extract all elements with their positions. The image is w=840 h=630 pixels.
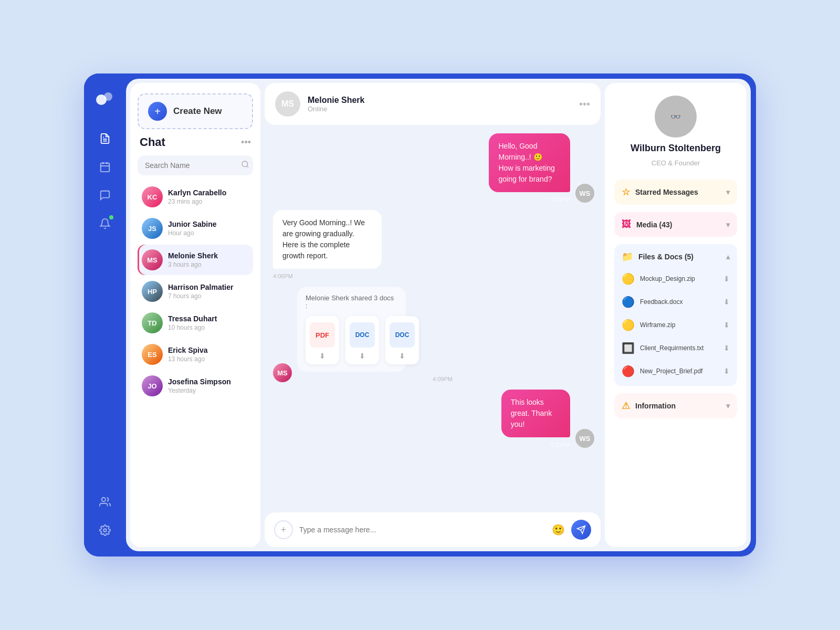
file-download-icon[interactable]: ⬇ bbox=[723, 321, 730, 329]
contact-item[interactable]: JS Junior Sabine Hour ago bbox=[138, 213, 253, 244]
file-item: 🟡 Wirframe.zip ⬇ bbox=[617, 316, 734, 334]
message-input[interactable] bbox=[299, 526, 545, 534]
contact-avatar: HP bbox=[142, 281, 163, 302]
contact-time: Hour ago bbox=[168, 229, 249, 237]
message-time: 4:03PM bbox=[550, 196, 570, 203]
pdf-download-icon[interactable]: ⬇ bbox=[319, 352, 326, 360]
app-logo bbox=[93, 88, 117, 111]
docs-bubble: Melonie Sherk shared 3 docs : PDF ⬇ bbox=[297, 287, 406, 372]
chat-section-header: Chat ••• bbox=[138, 135, 253, 149]
media-header[interactable]: 🖼 Media (43) ▾ bbox=[614, 212, 737, 237]
profile-section: 👓 Wilburn Stoltenberg CEO & Founder bbox=[614, 96, 737, 172]
docs-label: Melonie Sherk shared 3 docs : bbox=[306, 294, 397, 310]
contact-avatar: KC bbox=[142, 186, 163, 207]
info-chevron-icon: ▾ bbox=[726, 402, 730, 410]
emoji-button[interactable]: 🙂 bbox=[552, 523, 565, 536]
svg-point-1 bbox=[104, 92, 112, 101]
profile-title: CEO & Founder bbox=[652, 159, 700, 167]
file-download-icon[interactable]: ⬇ bbox=[723, 367, 730, 375]
sidebar-item-chat[interactable] bbox=[93, 184, 117, 207]
file-download-icon[interactable]: ⬇ bbox=[723, 275, 730, 283]
file-download-icon[interactable]: ⬇ bbox=[723, 344, 730, 352]
file-type-icon: 🔴 bbox=[622, 365, 635, 377]
attach-button[interactable]: + bbox=[274, 520, 293, 539]
contact-name: Melonie Sherk bbox=[168, 251, 249, 260]
information-header[interactable]: ⚠ Information ▾ bbox=[614, 393, 737, 418]
search-icon bbox=[241, 160, 249, 171]
file-download-icon[interactable]: ⬇ bbox=[723, 298, 730, 306]
sidebar-item-calendar[interactable] bbox=[93, 155, 117, 178]
contact-time: 13 hours ago bbox=[168, 355, 249, 363]
chat-more-icon[interactable]: ••• bbox=[241, 137, 251, 148]
chat-title: Chat bbox=[140, 135, 165, 149]
message-time: 4:06PM bbox=[273, 273, 293, 279]
file-name: Mockup_Design.zip bbox=[640, 275, 718, 282]
contact-avatar: TD bbox=[142, 312, 163, 333]
starred-messages-accordion[interactable]: ☆ Starred Messages ▾ bbox=[614, 180, 737, 205]
svg-rect-4 bbox=[101, 163, 110, 172]
contact-info: Karlyn Carabello 23 mins ago bbox=[168, 188, 249, 205]
info-icon: ⚠ bbox=[622, 400, 630, 412]
svg-point-8 bbox=[102, 498, 106, 501]
starred-messages-header[interactable]: ☆ Starred Messages ▾ bbox=[614, 180, 737, 205]
contact-time: 7 hours ago bbox=[168, 292, 249, 300]
notification-dot bbox=[109, 215, 113, 219]
file-item: 🔲 Client_Requirments.txt ⬇ bbox=[617, 339, 734, 358]
doc-card-2: DOC ⬇ bbox=[385, 316, 419, 364]
contact-avatar: JS bbox=[142, 218, 163, 239]
contact-item[interactable]: MS Melonie Sherk 3 hours ago bbox=[138, 245, 253, 275]
contact-avatar: ES bbox=[142, 344, 163, 365]
sidebar-item-groups[interactable] bbox=[93, 490, 117, 513]
contact-list: KC Karlyn Carabello 23 mins ago JS Junio… bbox=[138, 182, 253, 537]
media-chevron-icon: ▾ bbox=[726, 220, 730, 229]
contact-name: Tressa Duhart bbox=[168, 314, 249, 323]
information-label: Information bbox=[635, 402, 721, 410]
media-label: Media (43) bbox=[636, 220, 721, 229]
sidebar-item-notifications[interactable] bbox=[93, 212, 117, 235]
media-accordion[interactable]: 🖼 Media (43) ▾ bbox=[614, 212, 737, 237]
files-label: Files & Docs (5) bbox=[638, 253, 721, 261]
message-bubble: This looks great. Thank you! bbox=[501, 390, 570, 437]
doc1-download-icon[interactable]: ⬇ bbox=[359, 352, 365, 360]
files-chevron-icon: ▴ bbox=[726, 253, 730, 261]
contact-item[interactable]: ES Erick Spiva 13 hours ago bbox=[138, 339, 253, 370]
file-type-icon: 🟡 bbox=[622, 272, 635, 285]
contact-name: Karlyn Carabello bbox=[168, 188, 249, 197]
information-accordion[interactable]: ⚠ Information ▾ bbox=[614, 393, 737, 418]
search-box[interactable] bbox=[138, 155, 253, 175]
chat-panel-header: MS Melonie Sherk Online ••• bbox=[265, 83, 601, 125]
sender-avatar: MS bbox=[273, 363, 292, 382]
contact-item[interactable]: KC Karlyn Carabello 23 mins ago bbox=[138, 182, 253, 212]
message-row: This looks great. Thank you! 4:15PM WS bbox=[273, 390, 594, 448]
file-type-icon: 🔵 bbox=[622, 296, 635, 308]
contact-item[interactable]: TD Tressa Duhart 10 hours ago bbox=[138, 308, 253, 338]
create-new-label: Create New bbox=[173, 106, 222, 117]
app-container: + Create New Chat ••• KC Karlyn Carabell… bbox=[84, 74, 756, 556]
doc2-download-icon[interactable]: ⬇ bbox=[399, 352, 405, 360]
send-button[interactable] bbox=[571, 520, 591, 540]
contact-item[interactable]: JO Josefina Simpson Yesterday bbox=[138, 371, 253, 401]
doc-card-1: DOC ⬇ bbox=[345, 316, 379, 364]
message-bubble: Very Good Morning..! We are growing grad… bbox=[273, 210, 382, 269]
contact-info: Josefina Simpson Yesterday bbox=[168, 377, 249, 394]
doc-card-pdf: PDF ⬇ bbox=[306, 316, 339, 364]
sidebar-item-document[interactable] bbox=[93, 127, 117, 150]
contact-name: Josefina Simpson bbox=[168, 377, 249, 386]
contact-info: Erick Spiva 13 hours ago bbox=[168, 346, 249, 363]
files-header[interactable]: 📁 Files & Docs (5) ▴ bbox=[614, 244, 737, 269]
contact-item[interactable]: HP Harrison Palmatier 7 hours ago bbox=[138, 276, 253, 307]
create-new-button[interactable]: + Create New bbox=[138, 93, 253, 129]
contact-time: 3 hours ago bbox=[168, 261, 249, 268]
docs-grid: PDF ⬇ DOC ⬇ bbox=[306, 316, 397, 364]
svg-line-11 bbox=[247, 166, 248, 167]
contact-name: Harrison Palmatier bbox=[168, 283, 249, 291]
message-row: Very Good Morning..! We are growing grad… bbox=[273, 210, 594, 279]
chat-options-icon[interactable]: ••• bbox=[579, 98, 590, 110]
search-input[interactable] bbox=[145, 161, 237, 170]
message-bubble: Hello, Good Morning..! 🙂How is marketing… bbox=[489, 133, 570, 192]
docs-message-time: 4:09PM bbox=[297, 376, 453, 382]
docs-message-row: MS Melonie Sherk shared 3 docs : PDF ⬇ bbox=[273, 287, 594, 382]
sender-avatar: WS bbox=[575, 429, 594, 448]
contact-avatar: MS bbox=[142, 249, 163, 270]
sidebar-item-settings[interactable] bbox=[93, 519, 117, 542]
